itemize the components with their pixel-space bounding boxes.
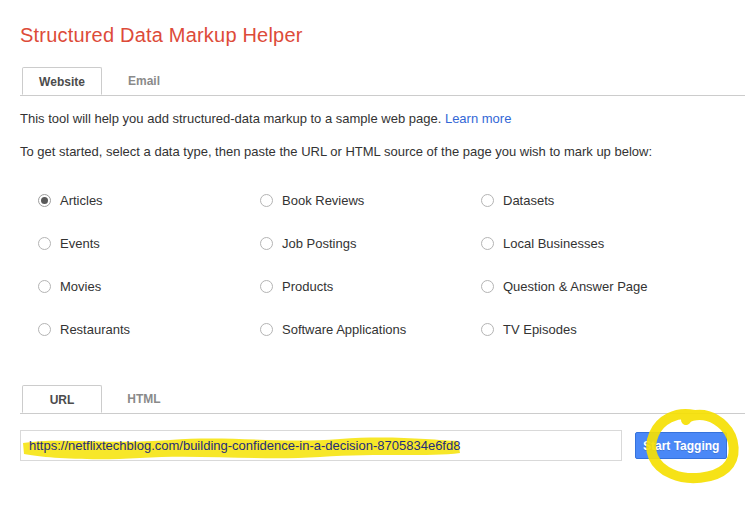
radio-icon[interactable] [38, 323, 51, 336]
tab-html[interactable]: HTML [104, 385, 184, 413]
data-type-row: Restaurants Software Applications TV Epi… [38, 322, 745, 337]
page-container: Structured Data Markup Helper Website Em… [0, 24, 751, 461]
option-label: Local Businesses [503, 236, 604, 251]
option-label: Events [60, 236, 100, 251]
tab-email[interactable]: Email [104, 67, 184, 95]
radio-icon[interactable] [260, 323, 273, 336]
data-type-row: Movies Products Question & Answer Page [38, 279, 745, 294]
page-title: Structured Data Markup Helper [20, 24, 745, 47]
data-type-option-job-postings[interactable]: Job Postings [260, 236, 481, 251]
main-tab-bar: Website Email [20, 67, 745, 96]
intro-text-body: This tool will help you add structured-d… [20, 111, 441, 126]
radio-icon[interactable] [38, 237, 51, 250]
instruction-text: To get started, select a data type, then… [20, 144, 745, 159]
data-type-row: Events Job Postings Local Businesses [38, 236, 745, 251]
option-label: Products [282, 279, 333, 294]
url-input[interactable] [20, 430, 622, 461]
data-type-row: Articles Book Reviews Datasets [38, 193, 745, 208]
radio-icon[interactable] [38, 280, 51, 293]
tab-website[interactable]: Website [22, 67, 102, 95]
data-type-option-software-applications[interactable]: Software Applications [260, 322, 481, 337]
data-type-option-movies[interactable]: Movies [38, 279, 260, 294]
radio-icon[interactable] [481, 237, 494, 250]
radio-icon[interactable] [38, 194, 51, 207]
option-label: Software Applications [282, 322, 406, 337]
data-type-grid: Articles Book Reviews Datasets Events Jo… [38, 193, 745, 337]
radio-icon[interactable] [481, 194, 494, 207]
option-label: Datasets [503, 193, 554, 208]
data-type-option-datasets[interactable]: Datasets [481, 193, 554, 208]
data-type-option-products[interactable]: Products [260, 279, 481, 294]
tab-url[interactable]: URL [22, 385, 102, 413]
start-tagging-button[interactable]: Start Tagging [635, 432, 727, 459]
option-label: Job Postings [282, 236, 356, 251]
option-label: Question & Answer Page [503, 279, 648, 294]
radio-icon[interactable] [260, 237, 273, 250]
radio-icon[interactable] [481, 323, 494, 336]
option-label: Articles [60, 193, 103, 208]
url-input-wrap [20, 430, 622, 461]
data-type-option-tv-episodes[interactable]: TV Episodes [481, 322, 577, 337]
data-type-option-local-businesses[interactable]: Local Businesses [481, 236, 604, 251]
data-type-option-articles[interactable]: Articles [38, 193, 260, 208]
option-label: Restaurants [60, 322, 130, 337]
learn-more-link[interactable]: Learn more [445, 111, 511, 126]
radio-icon[interactable] [260, 280, 273, 293]
option-label: Movies [60, 279, 101, 294]
data-type-option-restaurants[interactable]: Restaurants [38, 322, 260, 337]
intro-text: This tool will help you add structured-d… [20, 111, 745, 126]
data-type-option-question-answer-page[interactable]: Question & Answer Page [481, 279, 648, 294]
url-input-row: Start Tagging [20, 430, 745, 461]
option-label: Book Reviews [282, 193, 364, 208]
data-type-option-events[interactable]: Events [38, 236, 260, 251]
radio-icon[interactable] [260, 194, 273, 207]
option-label: TV Episodes [503, 322, 577, 337]
radio-icon[interactable] [481, 280, 494, 293]
source-tab-bar: URL HTML [20, 385, 745, 414]
data-type-option-book-reviews[interactable]: Book Reviews [260, 193, 481, 208]
